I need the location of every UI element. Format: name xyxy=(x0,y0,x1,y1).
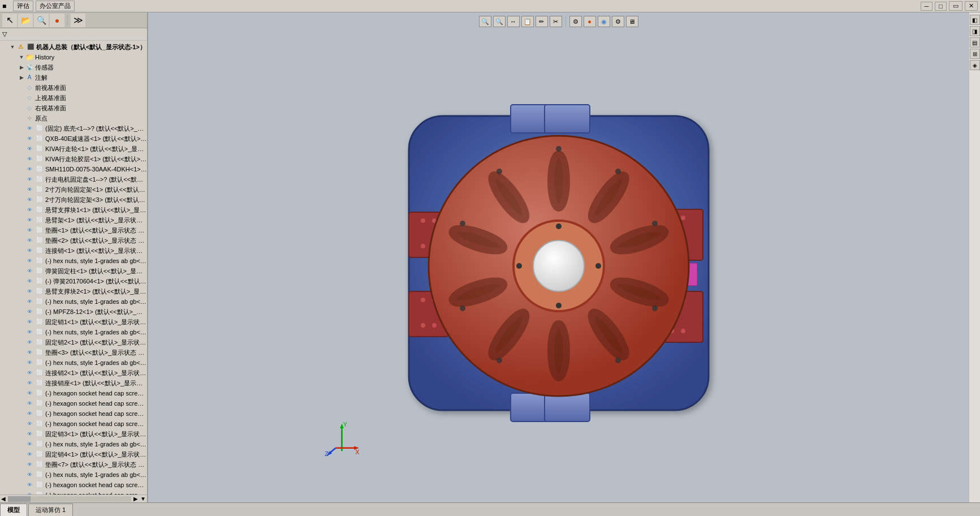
tree-item-14[interactable]: ▶ 👁 ⬜ 弹簧固定柱<1> (默认<<默认>_显示状态 1 xyxy=(0,266,147,276)
tree-item-3[interactable]: ▶ 👁 ⬜ KIVA行走轮胶层<1> (默认<<默认>_显示 xyxy=(0,154,147,164)
h-scroll[interactable]: ◀ ▶ ▼ xyxy=(0,494,147,502)
tree-item-0[interactable]: ▶ 👁 ⬜ (固定) 底壳<1-->? (默认<<默认>_显示状 xyxy=(0,123,147,134)
window-minimize[interactable]: ─ xyxy=(921,2,933,11)
tree-item-15[interactable]: ▶ 👁 ⬜ (-) 弹簧20170604<1> (默认<<默认>_显示 xyxy=(0,276,147,286)
tree-item-26[interactable]: ▶ 👁 ⬜ (-) hexagon socket head cap screws… xyxy=(0,388,147,398)
tree-item-5[interactable]: ▶ 👁 ⬜ 行走电机固定盘<1-->? (默认<<默认>_显示 xyxy=(0,174,147,184)
tb-more[interactable]: ≫ xyxy=(71,14,85,27)
rs-icon-5[interactable]: ◈ xyxy=(970,60,980,70)
annotation-expand[interactable]: ▶ xyxy=(18,74,25,81)
vp-edit[interactable]: ✏ xyxy=(536,16,548,27)
tree-history[interactable]: ▼ 📁 History xyxy=(0,52,147,62)
tree-front-plane[interactable]: ▶ ◇ 前视基准面 xyxy=(0,83,147,93)
part-icon-35: ⬜ xyxy=(35,481,44,489)
tree-item-21[interactable]: ▶ 👁 ⬜ 固定销2<1> (默认<<默认>_显示状态 1>) xyxy=(0,337,147,347)
window-restore[interactable]: □ xyxy=(935,2,947,11)
history-expand[interactable]: ▼ xyxy=(18,54,25,61)
tree-item-19[interactable]: ▶ 👁 ⬜ 固定销1<1> (默认<<默认>_显示状态 1>) xyxy=(0,317,147,327)
window-close[interactable]: ✕ xyxy=(965,1,978,11)
tree-item-9[interactable]: ▶ 👁 ⬜ 悬臂架<1> (默认<<默认>_显示状态 1>) xyxy=(0,215,147,225)
tree-root[interactable]: ▼ ⚠ ⬛ 机器人总装（默认<默认_显示状态-1>） xyxy=(0,42,147,52)
axis-indicator: Y X Z xyxy=(323,420,360,457)
root-expand-icon[interactable]: ▼ xyxy=(9,44,16,50)
tree-item-35[interactable]: ▶ 👁 ⬜ (-) hexagon socket head cap screws… xyxy=(0,480,147,490)
tree-item-18[interactable]: ▶ 👁 ⬜ (-) MPFZ8-12<1> (默认<<默认>_显示状态 xyxy=(0,307,147,317)
tree-item-32[interactable]: ▶ 👁 ⬜ 固定销4<1> (默认<<默认>_显示状态 1>) xyxy=(0,449,147,459)
item-label-32: 固定销4<1> (默认<<默认>_显示状态 1>) xyxy=(45,450,147,459)
svg-point-42 xyxy=(556,303,562,308)
item-label-21: 固定销2<1> (默认<<默认>_显示状态 1>) xyxy=(45,338,147,347)
rs-icon-1[interactable]: ◧ xyxy=(970,15,980,25)
tree-item-17[interactable]: ▶ 👁 ⬜ (-) hex nuts, style 1-grades ab gb… xyxy=(0,296,147,307)
window-maximize[interactable]: ▭ xyxy=(949,1,962,11)
h-scroll-right[interactable]: ▶ xyxy=(132,496,139,502)
item-label-22: 垫圈<3> (默认<<默认>_显示状态 1>) xyxy=(45,348,147,357)
vp-palette[interactable]: ◉ xyxy=(598,16,610,27)
tab-model[interactable]: 模型 xyxy=(0,504,27,516)
tb-search[interactable]: 🔍 xyxy=(34,14,49,27)
menu-office-product[interactable]: 办公室产品 xyxy=(36,1,75,11)
tb-color[interactable]: ● xyxy=(50,14,64,27)
vp-settings[interactable]: ⚙ xyxy=(569,16,582,27)
tree-origin[interactable]: ▶ ⊹ 原点 xyxy=(0,113,147,123)
tb-select[interactable]: ↖ xyxy=(2,14,17,27)
vp-display[interactable]: ⚙ xyxy=(612,16,624,27)
rs-icon-4[interactable]: ⊞ xyxy=(970,49,980,59)
feature-tree[interactable]: ▼ ⚠ ⬛ 机器人总装（默认<默认_显示状态-1>） ▼ 📁 History ▶… xyxy=(0,41,147,494)
tree-item-24[interactable]: ▶ 👁 ⬜ 连接销2<1> (默认<<默认>_显示状态 1>) xyxy=(0,368,147,378)
tb-open[interactable]: 📂 xyxy=(18,14,33,27)
right-plane-label: 右视基准面 xyxy=(35,104,66,113)
tree-item-2[interactable]: ▶ 👁 ⬜ KIVA行走轮<1> (默认<<默认>_显示状态 1 xyxy=(0,144,147,154)
tree-item-22[interactable]: ▶ 👁 ⬜ 垫圈<3> (默认<<默认>_显示状态 1>) xyxy=(0,347,147,358)
sensor-expand[interactable]: ▶ xyxy=(18,64,25,71)
tab-motion[interactable]: 运动算仿 1 xyxy=(28,504,73,516)
tree-item-23[interactable]: ▶ 👁 ⬜ (-) hex nuts, style 1-grades ab gb… xyxy=(0,358,147,368)
part-eye-icon-17: 👁 xyxy=(25,298,34,306)
part-eye-icon-13: 👁 xyxy=(25,257,34,265)
vp-zoom-out[interactable]: 🔍 xyxy=(493,16,506,27)
tree-item-27[interactable]: ▶ 👁 ⬜ (-) hexagon socket head cap screws… xyxy=(0,398,147,408)
rs-icon-2[interactable]: ◨ xyxy=(970,26,980,36)
tree-annotation[interactable]: ▶ A 注解 xyxy=(0,72,147,83)
tree-sensor[interactable]: ▶ 📡 传感器 xyxy=(0,62,147,72)
vp-pan[interactable]: ↔ xyxy=(507,16,520,27)
vp-color[interactable]: ● xyxy=(584,16,596,27)
rs-icon-3[interactable]: ▤ xyxy=(970,37,980,48)
tree-item-7[interactable]: ▶ 👁 ⬜ 2寸万向轮固定架<3> (默认<<默认>_显示状 xyxy=(0,195,147,205)
tree-item-33[interactable]: ▶ 👁 ⬜ 垫圈<7> (默认<<默认>_显示状态 1>) xyxy=(0,459,147,470)
tree-item-11[interactable]: ▶ 👁 ⬜ 垫圈<2> (默认<<默认>_显示状态 1>) xyxy=(0,235,147,246)
v-scroll-down[interactable]: ▼ xyxy=(139,496,147,502)
tree-top-plane[interactable]: ▶ ◇ 上视基准面 xyxy=(0,93,147,103)
tree-item-20[interactable]: ▶ 👁 ⬜ (-) hex nuts, style 1-grades ab gb… xyxy=(0,327,147,337)
menu-evaluate[interactable]: 评估 xyxy=(13,1,33,11)
part-eye-icon-2: 👁 xyxy=(25,145,34,153)
vp-cut[interactable]: ✂ xyxy=(550,16,562,27)
tree-item-34[interactable]: ▶ 👁 ⬜ (-) hex nuts, style 1-grades ab gb… xyxy=(0,470,147,480)
tree-item-10[interactable]: ▶ 👁 ⬜ 垫圈<1> (默认<<默认>_显示状态 1>) xyxy=(0,225,147,235)
tree-item-30[interactable]: ▶ 👁 ⬜ 固定销3<1> (默认<<默认>_显示状态 1>) xyxy=(0,429,147,439)
vp-monitor[interactable]: 🖥 xyxy=(626,16,638,27)
bottom-tabs: 模型 运动算仿 1 xyxy=(0,502,980,516)
vp-copy[interactable]: 📋 xyxy=(521,16,534,27)
part-icon-28: ⬜ xyxy=(35,410,44,418)
tree-item-36[interactable]: ▶ 👁 ⬜ (-) hexagon socket head cap screws… xyxy=(0,490,147,494)
tree-item-4[interactable]: ▶ 👁 ⬜ SMH110D-0075-30AAK-4DKH<1> (默认< xyxy=(0,164,147,174)
h-scroll-thumb xyxy=(8,496,31,502)
tree-item-1[interactable]: ▶ 👁 ⬜ QXB-40E减速器<1> (默认<<默认>_显示状 xyxy=(0,134,147,144)
tree-item-28[interactable]: ▶ 👁 ⬜ (-) hexagon socket head cap screws… xyxy=(0,408,147,419)
part-icon-22: ⬜ xyxy=(35,349,44,356)
tree-item-25[interactable]: ▶ 👁 ⬜ 连接销座<1> (默认<<默认>_显示状态 1>) xyxy=(0,378,147,388)
3d-viewport[interactable]: 🔍 🔍 ↔ 📋 ✏ ✂ ⚙ ● ◉ ⚙ 🖥 xyxy=(148,12,969,502)
tree-item-6[interactable]: ▶ 👁 ⬜ 2寸万向轮固定架<1> (默认<<默认>_显示状 xyxy=(0,184,147,195)
vp-zoom-in[interactable]: 🔍 xyxy=(479,16,491,27)
svg-text:X: X xyxy=(355,449,359,455)
tree-right-plane[interactable]: ▶ ◇ 右视基准面 xyxy=(0,103,147,113)
tree-item-12[interactable]: ▶ 👁 ⬜ 连接销<1> (默认<<默认>_显示状态 1>) xyxy=(0,246,147,256)
tree-item-31[interactable]: ▶ 👁 ⬜ (-) hex nuts, style 1-grades ab gb… xyxy=(0,439,147,449)
h-scroll-left[interactable]: ◀ xyxy=(0,496,7,502)
title-bar: ■ 评估 办公室产品 ─ □ ▭ ✕ xyxy=(0,0,980,12)
tree-item-13[interactable]: ▶ 👁 ⬜ (-) hex nuts, style 1-grades ab gb… xyxy=(0,256,147,266)
tree-item-16[interactable]: ▶ 👁 ⬜ 悬臂支撑块2<1> (默认<<默认>_显示状态 1 xyxy=(0,286,147,296)
tree-item-29[interactable]: ▶ 👁 ⬜ (-) hexagon socket head cap screws… xyxy=(0,419,147,429)
tree-item-8[interactable]: ▶ 👁 ⬜ 悬臂支撑块1<1> (默认<<默认>_显示状态 1 xyxy=(0,205,147,215)
